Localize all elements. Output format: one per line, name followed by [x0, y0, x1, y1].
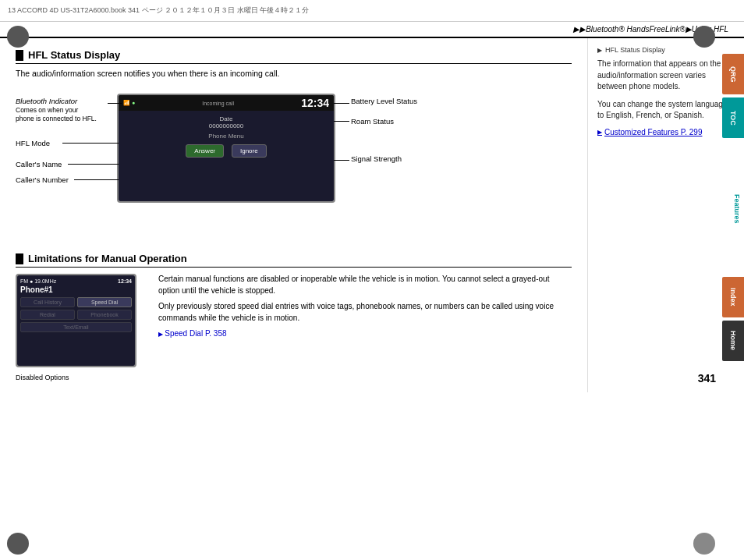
lim-fm: FM ● 19.0MHz [20, 278, 56, 284]
section2: Limitations for Manual Operation FM ● 19… [16, 253, 572, 381]
lim-btn4: Phonebook [77, 310, 132, 320]
limitations-para1: Certain manual functions are disabled or… [158, 274, 572, 296]
line-hfl-mode [62, 143, 119, 144]
top-bar: 13 ACCORD 4D US-31T2A6000.book 341 ページ ２… [0, 0, 744, 22]
hfl-diagram: 📶 ● Incoming call 12:34 Date0000000000 P… [16, 86, 572, 242]
section2-title: Limitations for Manual Operation [28, 253, 187, 264]
tab-index[interactable]: Index [722, 277, 744, 317]
screen-ignore-btn[interactable]: Ignore [232, 144, 267, 158]
line-callers-name [68, 164, 119, 165]
lim-time: 12:34 [118, 278, 132, 284]
customized-features-link[interactable]: Customized Features P. 299 [597, 128, 735, 136]
line-roam [334, 121, 349, 122]
screen-phone-menu: Phone Menu [123, 133, 329, 140]
screen-incoming: Incoming call [202, 101, 234, 106]
screen-time: 12:34 [301, 97, 329, 109]
section-bar [16, 50, 23, 61]
lim-btn2: Speed Dial [77, 297, 132, 307]
callers-name-label: Caller's Name [16, 160, 62, 169]
roam-label: Roam Status [351, 117, 394, 126]
line-signal [334, 160, 349, 161]
section1-title: HFL Status Display [28, 49, 120, 61]
hfl-screen: 📶 ● Incoming call 12:34 Date0000000000 P… [117, 94, 335, 203]
corner-decoration-bl [6, 532, 30, 555]
limitations-text: Certain manual functions are disabled or… [158, 274, 572, 381]
corner-decoration-br [693, 532, 716, 555]
bluetooth-label: Bluetooth Indicator Comes on when yourph… [16, 97, 97, 123]
main-content: HFL Status Display The audio/information… [0, 38, 588, 392]
limitations-image: FM ● 19.0MHz 12:34 Phone#1 Call History … [16, 274, 136, 367]
speed-dial-link[interactable]: Speed Dial P. 358 [158, 329, 227, 338]
toc-label[interactable]: TOC [729, 111, 737, 126]
features-label: Features [733, 194, 741, 224]
hfl-mode-label: HFL Mode [16, 139, 50, 148]
lim-btn5: Text/Email [20, 322, 132, 332]
line-battery [334, 103, 349, 104]
corner-decoration-tl [6, 25, 30, 48]
line-callers-number [74, 179, 119, 180]
header-nav: ▶▶Bluetooth® HandsFreeLink®▶Using HFL [0, 22, 744, 38]
side-tabs-lower: Index Home [722, 277, 744, 361]
lim-btn3: Redial [20, 310, 75, 320]
bluetooth-desc: Comes on when yourphone is connected to … [16, 106, 97, 123]
screen-date: Date0000000000 [123, 115, 329, 129]
section2-heading: Limitations for Manual Operation [16, 253, 572, 268]
section1-heading: HFL Status Display [16, 49, 572, 64]
tab-qrg[interactable]: QRG [722, 54, 744, 94]
section2-bar [16, 253, 23, 264]
page-number: 341 [698, 372, 716, 385]
tab-toc: TOC [722, 97, 744, 138]
tab-home[interactable]: Home [722, 321, 744, 361]
top-bar-text: 13 ACCORD 4D US-31T2A6000.book 341 ページ ２… [8, 5, 309, 16]
right-sidebar: HFL Status Display The information that … [588, 38, 744, 392]
limitations-para2: Only previously stored speed dial entrie… [158, 301, 572, 324]
sidebar-text1: The information that appears on the audi… [597, 58, 735, 93]
section1-intro: The audio/information screen notifies yo… [16, 69, 572, 78]
sidebar-text2: You can change the system language to En… [597, 99, 735, 122]
lim-phone: Phone#1 [20, 285, 132, 294]
disabled-caption: Disabled Options [16, 374, 147, 381]
signal-label: Signal Strength [351, 154, 402, 164]
callers-number-label: Caller's Number [16, 175, 69, 185]
lim-btn1: Call History [20, 297, 75, 307]
battery-label: Battery Level Status [351, 97, 417, 106]
line-bluetooth [108, 103, 122, 104]
screen-answer-btn[interactable]: Answer [186, 144, 224, 158]
sidebar-section-label: HFL Status Display [597, 46, 735, 54]
